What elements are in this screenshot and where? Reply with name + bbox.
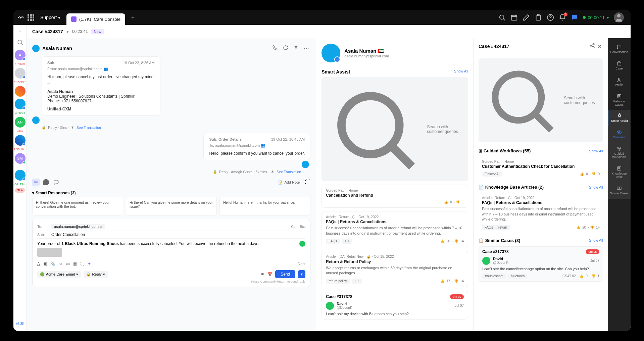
smart-responses-toggle[interactable]: ▾ Smart Responses (3) — [32, 189, 310, 197]
assist-search[interactable]: Search with customer queries — [321, 77, 468, 181]
bcc-button[interactable]: Bcc — [300, 225, 306, 229]
panel-search[interactable]: Search with customer queries — [479, 58, 603, 142]
rail-smart-assist[interactable]: Smart Assist — [608, 110, 631, 126]
rail-profile[interactable]: Profile — [608, 74, 631, 90]
calendar-icon[interactable] — [510, 14, 518, 21]
assist-card[interactable]: Guided Path · Home Cancellation and Refu… — [321, 185, 468, 208]
see-translation-link[interactable]: See Translation — [77, 126, 101, 130]
refresh-icon[interactable] — [282, 44, 290, 53]
help-icon[interactable] — [547, 14, 554, 21]
tab-count: (1.7K) — [79, 17, 91, 22]
cc-button[interactable]: Cc — [291, 225, 295, 229]
recipient-chip[interactable]: asala.numan@sprinklr.com × — [51, 224, 105, 229]
assist-card[interactable]: Article · Return · ⬡ · Oct 19, 2022 FAQs… — [321, 211, 468, 247]
rail-kb[interactable]: Knowledge Base — [608, 162, 631, 182]
snippet-icon[interactable]: ▭ — [66, 261, 70, 266]
similar-case-card[interactable]: Case #3173780m 0s David@DoounK Jul 07 I … — [321, 291, 468, 320]
rail-similar[interactable]: Similar Cases — [608, 182, 631, 199]
queue-item[interactable]: SM — [15, 153, 26, 164]
expand-icon[interactable]: ⛶ — [305, 179, 310, 185]
notifications-icon[interactable]: 2 — [559, 14, 566, 21]
queue-more[interactable]: +5.3K — [15, 322, 24, 326]
chevron-down-icon: ▾ — [607, 15, 609, 20]
close-icon[interactable]: ✕ — [596, 42, 603, 50]
search-icon[interactable] — [15, 37, 26, 48]
queue-item[interactable] — [15, 135, 26, 146]
chat-icon[interactable] — [571, 14, 578, 21]
queue-item[interactable] — [15, 99, 26, 109]
from-selector[interactable]: 🟢 Acme Care Email ▾ — [37, 271, 81, 278]
smart-response[interactable]: Hi there! Can you give me some more deta… — [126, 197, 217, 215]
phone-icon[interactable] — [271, 44, 279, 53]
topbar: Support▾ (1.7K) Care Console + 2 00:00:1… — [13, 10, 631, 25]
rail-guided[interactable]: Guided Workflows — [608, 143, 631, 162]
section-title: Guided Workflows (55) — [484, 148, 531, 153]
chevron-down-icon: ▾ — [58, 15, 60, 20]
new-tab-button[interactable]: + — [128, 12, 138, 22]
conversation-panel: Asala Numan ⋯ Sub:19 Oct 22, 8:26 AM Fro… — [27, 38, 316, 331]
image-icon[interactable]: ▣ — [43, 261, 47, 266]
rail-case[interactable]: Case — [608, 57, 631, 74]
subject-input[interactable]: Order Cancellation — [51, 232, 85, 237]
ai-icon[interactable]: ✦ — [88, 261, 91, 266]
show-all-link[interactable]: Show All — [454, 69, 468, 75]
search-icon[interactable] — [498, 14, 506, 21]
clear-button[interactable]: Clear — [297, 262, 305, 266]
avatar — [321, 44, 340, 62]
schedule-icon[interactable]: 📅 — [267, 272, 273, 277]
channel-email[interactable]: ✉ — [32, 179, 40, 186]
clipboard-icon[interactable] — [535, 14, 542, 21]
show-all-link[interactable]: Show All — [589, 238, 603, 242]
add-note-button[interactable]: 📝 Add Note — [278, 180, 300, 185]
expand-icon[interactable]: › — [18, 28, 22, 35]
rail-historical[interactable]: Historical Cases — [608, 90, 631, 110]
svg-rect-19 — [617, 187, 619, 190]
case-header: Case #424317 ▾ 00:23:41 New — [27, 25, 631, 38]
kb-card[interactable]: Article · Return · ⬡ · Oct 19, 2022 FAQs… — [479, 193, 603, 232]
compose-body[interactable]: Your order of 1 Black Ultras Running Sho… — [37, 239, 305, 259]
edit-icon[interactable] — [523, 14, 530, 21]
show-all-link[interactable]: Show All — [589, 149, 603, 153]
smart-response[interactable]: Hello! Numan here – thanks for your pati… — [219, 197, 310, 215]
preview-icon[interactable]: 👁 — [261, 272, 265, 277]
sla-badge: SLA — [15, 188, 25, 193]
support-menu[interactable]: Support▾ — [37, 13, 64, 21]
queue-item[interactable] — [15, 86, 26, 97]
channel-whatsapp[interactable] — [42, 179, 50, 186]
emoji-icon[interactable]: ☺ — [59, 261, 63, 266]
more-icon[interactable]: ⋯ — [302, 44, 310, 53]
queue-item[interactable] — [15, 170, 26, 181]
see-translation-link[interactable]: See Translation — [277, 170, 301, 174]
attach-icon[interactable]: 📎 — [50, 261, 55, 266]
send-button[interactable]: Send — [275, 270, 295, 278]
similar-case-card[interactable]: Case #3173780m 0s David@DoounK Jul 07 I … — [479, 246, 603, 282]
workflow-card[interactable]: Guided Path · Home Customer Authenticati… — [479, 157, 603, 179]
channel-chat[interactable]: 💬 — [52, 179, 60, 186]
svg-point-10 — [495, 74, 541, 120]
rail-conversation[interactable]: Conversation — [608, 41, 631, 57]
assist-card[interactable]: Article · [DA] Retail New · 🔒 · Oct 15, … — [321, 251, 468, 287]
session-timer[interactable]: 00:00:11▾ — [583, 15, 609, 20]
filter-icon[interactable] — [292, 44, 300, 53]
table-icon[interactable]: ▦ — [73, 261, 77, 266]
send-dropdown[interactable]: ▾ — [298, 270, 305, 278]
show-all-link[interactable]: Show All — [589, 185, 603, 189]
app-grid-icon[interactable] — [28, 14, 34, 21]
share-icon[interactable] — [588, 42, 596, 51]
tab-care-console[interactable]: (1.7K) Care Console — [66, 13, 125, 25]
format-icon[interactable]: A — [37, 261, 40, 266]
rail-overview[interactable]: Overview — [608, 126, 631, 143]
expand-icon[interactable]: ⛶ — [80, 261, 84, 266]
chevron-down-icon[interactable]: ▾ — [66, 29, 69, 34]
tab-title: Care Console — [94, 17, 120, 22]
queue-item[interactable] — [15, 68, 26, 79]
smart-response[interactable]: Hi there! Give me one moment as I review… — [32, 197, 123, 215]
attachment-thumb[interactable] — [37, 248, 62, 257]
user-avatar[interactable] — [614, 12, 624, 22]
avatar — [482, 257, 490, 265]
queue-item[interactable]: AN — [15, 117, 26, 128]
ai-suggest-icon[interactable] — [299, 241, 305, 247]
svg-point-14 — [618, 132, 620, 133]
queue-item[interactable]: A — [15, 50, 26, 60]
reply-selector[interactable]: 🔒 Reply ▾ — [84, 271, 108, 278]
